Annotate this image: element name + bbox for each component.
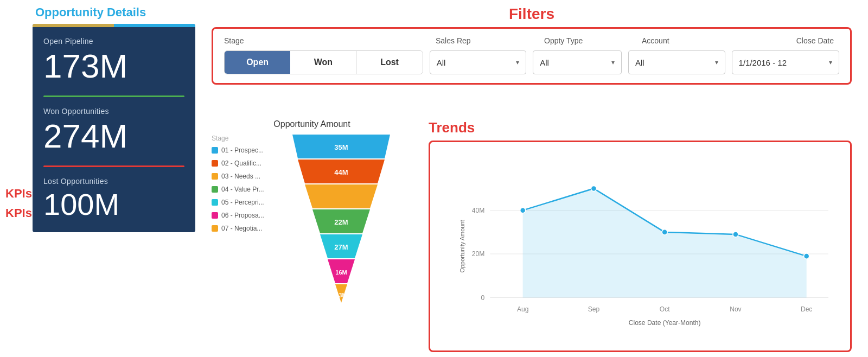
legend-item-3: 03 - Needs ... [212,173,282,180]
closedate-dropdown-arrow: ▾ [829,59,832,66]
chart-dot-sep [591,186,596,191]
kpis-label: KPIs [5,206,32,220]
trends-box: Opportunity Amount 0 20M 40M Aug Sep Oct… [429,141,852,352]
stage-lost-button[interactable]: Lost [356,51,422,74]
kpi-bar-teal [114,24,195,27]
legend-dot-2 [212,160,218,167]
filters-title: Filters [212,5,852,23]
trends-chart-svg: 0 20M 40M Aug Sep Oct Nov Dec Close Date… [457,151,839,335]
lost-opportunities-label: Lost Opportunities [43,177,184,186]
x-tick-dec: Dec [801,305,812,313]
stage-filter-label: Stage [224,36,436,45]
trends-title: Trends [429,119,852,136]
lost-opportunities-value: 100M [43,188,184,221]
chart-dot-dec [804,253,809,259]
legend-label-1: 01 - Prospec... [221,146,264,154]
stage-won-button[interactable]: Won [290,51,356,74]
closedate-filter-label: Close Date [739,36,839,45]
kpi-panel-title: Opportunity Details [33,5,195,20]
funnel-bar-3 [305,184,378,208]
stage-toggle: Open Won Lost [224,50,423,74]
won-opportunities-label: Won Opportunities [43,107,184,116]
x-tick-oct: Oct [660,305,670,313]
funnel-chart: 35M 44M 22M 27M 16M [290,135,393,308]
x-tick-nov: Nov [730,305,741,313]
account-dropdown-arrow: ▾ [715,59,718,66]
legend-item-4: 04 - Value Pr... [212,186,282,193]
funnel-label-7: 13M [336,292,346,298]
legend-item-1: 01 - Prospec... [212,146,282,154]
funnel-title: Opportunity Amount [212,119,412,129]
filters-section: Filters Stage Sales Rep Oppty Type Accou… [212,5,852,85]
stage-open-button[interactable]: Open [225,51,290,74]
kpi-lost-opportunities: Lost Opportunities 100M [33,167,195,232]
funnel-label-1: 35M [334,143,348,151]
x-tick-aug: Aug [517,305,528,313]
funnel-content: Stage 01 - Prospec... 02 - Qualific... 0… [212,135,412,308]
funnel-legend: Stage 01 - Prospec... 02 - Qualific... 0… [212,135,282,238]
legend-dot-6 [212,212,218,219]
funnel-label-4: 22M [334,218,348,226]
bottom-section: Opportunity Amount Stage 01 - Prospec...… [212,119,852,352]
account-filter-label: Account [642,36,739,45]
x-tick-sep: Sep [588,305,600,313]
kpi-top-bar [33,24,195,27]
y-axis-label: Opportunity Amount [459,220,465,272]
legend-dot-3 [212,173,218,180]
kpi-panel: Opportunity Details KPIs Open Pipeline 1… [33,5,195,353]
open-pipeline-label: Open Pipeline [43,37,184,46]
legend-label-3: 03 - Needs ... [221,173,260,180]
opptype-dropdown[interactable]: All ▾ [533,50,622,74]
opptype-dropdown-value: All [540,58,549,67]
opptype-dropdown-arrow: ▾ [611,59,615,66]
closedate-dropdown-value: 1/1/2016 - 12 [739,58,787,67]
kpi-open-pipeline: Open Pipeline 173M [33,27,195,95]
filters-box: Stage Sales Rep Oppty Type Account Close… [212,27,852,85]
funnel-legend-title: Stage [212,135,282,142]
legend-dot-4 [212,186,218,193]
salesrep-dropdown-value: All [437,58,446,67]
legend-label-5: 05 - Percepri... [221,199,264,206]
funnel-label-5: 27M [334,243,348,251]
legend-item-6: 06 - Proposa... [212,212,282,219]
won-opportunities-value: 274M [43,118,184,155]
x-axis-label: Close Date (Year-Month) [629,319,701,327]
open-pipeline-value: 173M [43,48,184,85]
salesrep-filter-label: Sales Rep [436,36,544,45]
funnel-label-6: 16M [335,269,347,276]
kpi-won-opportunities: Won Opportunities 274M [33,97,195,165]
legend-dot-7 [212,225,218,232]
legend-label-4: 04 - Value Pr... [221,186,264,193]
salesrep-dropdown[interactable]: All ▾ [430,50,527,74]
funnel-svg: 35M 44M 22M 27M 16M [290,135,393,308]
legend-label-6: 06 - Proposa... [221,212,264,219]
trends-section: Trends Opportunity Amount 0 20M 40M Aug … [429,119,852,352]
kpi-bar-gold [33,24,114,27]
chart-dot-nov [733,232,738,237]
account-dropdown[interactable]: All ▾ [628,50,725,74]
legend-dot-5 [212,199,218,206]
legend-item-5: 05 - Percepri... [212,199,282,206]
funnel-label-2: 44M [334,168,348,176]
legend-item-2: 02 - Qualific... [212,160,282,167]
opptype-filter-label: Oppty Type [544,36,642,45]
y-tick-20m: 20M [472,250,484,258]
filters-labels-row: Stage Sales Rep Oppty Type Account Close… [224,36,839,45]
kpi-card: Open Pipeline 173M Won Opportunities 274… [33,24,195,232]
chart-dot-aug [520,208,526,213]
funnel-section: Opportunity Amount Stage 01 - Prospec...… [212,119,412,352]
account-dropdown-value: All [635,58,644,67]
closedate-dropdown[interactable]: 1/1/2016 - 12 ▾ [732,50,839,74]
y-tick-0: 0 [481,294,485,302]
salesrep-dropdown-arrow: ▾ [516,59,519,66]
filters-controls-row: Open Won Lost All ▾ All ▾ All ▾ 1/1/2016 [224,50,839,74]
legend-label-2: 02 - Qualific... [221,160,261,167]
legend-label-7: 07 - Negotia... [221,225,262,232]
y-tick-40m: 40M [472,207,484,214]
legend-dot-1 [212,147,218,154]
legend-item-7: 07 - Negotia... [212,225,282,232]
kpis-side-label: KPIs [5,187,32,201]
chart-dot-oct [662,229,667,235]
